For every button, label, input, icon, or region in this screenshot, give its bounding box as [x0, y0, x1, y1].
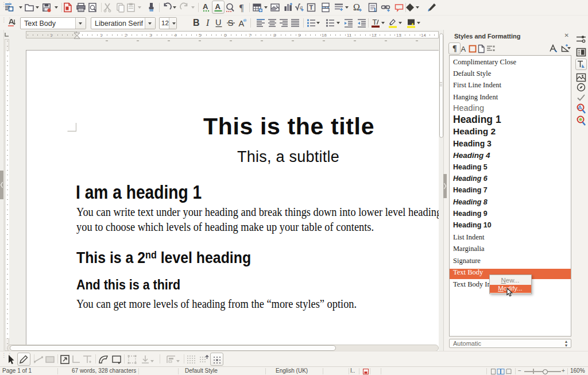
svg-text:T: T: [373, 18, 377, 26]
svg-text:U: U: [215, 18, 221, 27]
svg-text:¶: ¶: [239, 3, 244, 13]
svg-text:b: b: [244, 18, 246, 22]
svg-text:A: A: [461, 45, 466, 53]
svg-text:Ω: Ω: [353, 2, 360, 12]
svg-text:¶: ¶: [452, 44, 457, 53]
svg-text:T: T: [310, 4, 314, 11]
svg-text:A: A: [239, 19, 245, 28]
svg-text:I: I: [206, 18, 210, 28]
svg-text:B: B: [193, 18, 200, 28]
svg-text:A: A: [203, 2, 208, 11]
svg-text:1: 1: [373, 7, 376, 13]
svg-text:A: A: [215, 2, 221, 11]
